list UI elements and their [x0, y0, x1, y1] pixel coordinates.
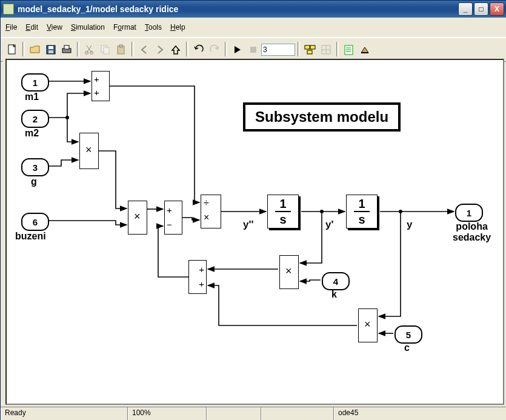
- svg-rect-5: [64, 45, 69, 49]
- wiring: [7, 60, 504, 399]
- window-title: model_sedacky_1/model sedacky ridice: [18, 4, 458, 14]
- app-icon: [3, 4, 14, 15]
- menu-view[interactable]: View: [47, 23, 62, 32]
- close-button[interactable]: X: [490, 2, 504, 16]
- open-icon[interactable]: [28, 42, 42, 57]
- menu-tools[interactable]: Tools: [145, 23, 162, 32]
- status-solver: ode45: [334, 407, 506, 420]
- status-ready: Ready: [1, 407, 128, 420]
- up-icon[interactable]: [168, 42, 183, 57]
- maximize-button[interactable]: □: [474, 2, 488, 16]
- status-blank1: [207, 407, 261, 420]
- print-icon[interactable]: [59, 42, 74, 57]
- statusbar: Ready 100% ode45: [1, 407, 506, 420]
- cut-icon[interactable]: [82, 42, 97, 57]
- undo-icon[interactable]: [191, 42, 206, 57]
- menu-edit[interactable]: Edit: [25, 23, 38, 32]
- menu-help[interactable]: Help: [170, 23, 185, 32]
- titlebar: model_sedacky_1/model sedacky ridice _ □…: [1, 1, 506, 18]
- status-blank2: [261, 407, 334, 420]
- svg-rect-11: [119, 45, 122, 47]
- svg-rect-12: [250, 47, 256, 53]
- model-canvas[interactable]: Subsystem modelu 1 m1 2 m2 3 g 6 buzeni …: [5, 59, 504, 405]
- menu-simulation[interactable]: Simulation: [71, 23, 105, 32]
- menu-file[interactable]: File: [5, 23, 17, 32]
- save-icon[interactable]: [44, 42, 58, 57]
- forward-icon[interactable]: [153, 42, 167, 57]
- svg-rect-13: [305, 45, 310, 49]
- stop-time-input[interactable]: [261, 44, 295, 56]
- svg-rect-14: [310, 45, 315, 49]
- build-icon[interactable]: [358, 42, 372, 57]
- status-zoom: 100%: [128, 407, 207, 420]
- minimize-button[interactable]: _: [458, 2, 473, 16]
- stop-icon[interactable]: [246, 42, 261, 57]
- menu-format[interactable]: Format: [113, 23, 136, 32]
- svg-rect-9: [104, 47, 109, 54]
- svg-rect-15: [307, 50, 312, 54]
- svg-rect-2: [48, 46, 53, 49]
- menubar: File Edit View Simulation Format Tools H…: [1, 18, 506, 38]
- debug-icon[interactable]: [342, 42, 356, 57]
- paste-icon[interactable]: [114, 42, 128, 57]
- svg-rect-3: [48, 50, 53, 53]
- copy-icon[interactable]: [98, 42, 113, 57]
- app-window: model_sedacky_1/model sedacky ridice _ □…: [0, 0, 506, 420]
- model-icon[interactable]: [319, 42, 333, 57]
- svg-point-18: [65, 116, 69, 119]
- back-icon[interactable]: [137, 42, 151, 57]
- library-icon[interactable]: [303, 42, 318, 57]
- redo-icon[interactable]: [207, 42, 222, 57]
- play-icon[interactable]: [230, 42, 245, 57]
- new-icon[interactable]: [5, 42, 19, 57]
